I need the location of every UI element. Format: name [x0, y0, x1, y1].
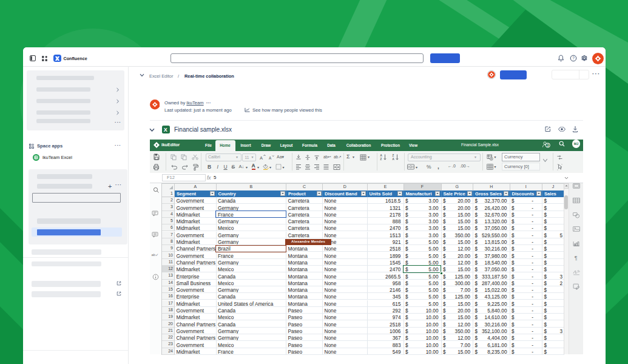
- svg-text:A: A: [393, 158, 395, 161]
- svg-text:A: A: [269, 155, 272, 160]
- svg-text:3: 3: [547, 143, 549, 147]
- svg-text:A: A: [380, 154, 383, 157]
- svg-text:Z: Z: [393, 154, 394, 157]
- svg-text:A: A: [260, 155, 263, 160]
- svg-text:?: ?: [572, 56, 575, 60]
- svg-text:Z: Z: [380, 158, 382, 161]
- svg-text:¶: ¶: [574, 255, 577, 261]
